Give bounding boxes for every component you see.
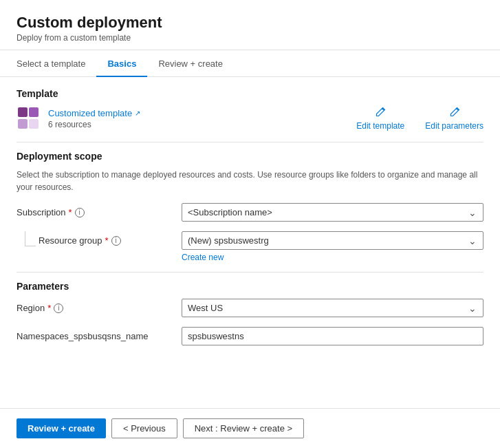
tab-basics[interactable]: Basics	[96, 50, 147, 77]
edit-parameters-icon	[448, 106, 461, 118]
region-required: *	[47, 303, 51, 313]
resource-group-control: (New) spsbuswestrg Create new	[182, 231, 483, 262]
deployment-scope-section: Deployment scope Select the subscription…	[17, 151, 483, 262]
icon-sq3	[18, 119, 28, 129]
subscription-label: Subscription * i	[17, 203, 182, 217]
resource-group-label-text: Resource group	[39, 235, 102, 246]
region-info-icon[interactable]: i	[54, 303, 63, 313]
template-icon	[17, 106, 41, 131]
parameters-section: Parameters Region * i West US	[17, 281, 483, 345]
tab-select-template[interactable]: Select a template	[17, 50, 96, 77]
template-text: Customized template ↗ 6 resources	[48, 108, 140, 129]
main-content: Template Customized template ↗ 6 resourc…	[0, 77, 500, 408]
icon-sq1	[18, 107, 28, 117]
edit-template-label: Edit template	[356, 121, 404, 131]
subscription-info-icon[interactable]: i	[75, 208, 85, 217]
namespace-control	[182, 327, 483, 345]
resource-group-select-wrapper: (New) spsbuswestrg	[182, 231, 483, 250]
subscription-control: <Subscription name>	[182, 203, 483, 222]
namespace-input[interactable]	[182, 327, 483, 345]
subscription-select-wrapper: <Subscription name>	[182, 203, 483, 222]
page-header: Custom deployment Deploy from a custom t…	[0, 0, 500, 50]
region-control: West US	[182, 299, 483, 317]
namespace-label-text: Namespaces_spsbusqsns_name	[17, 331, 149, 341]
resource-group-indent: Resource group * i	[17, 231, 182, 246]
indent-line	[25, 231, 36, 246]
template-actions: Edit template Edit parameters	[356, 106, 483, 131]
page-subtitle: Deploy from a custom template	[17, 33, 483, 43]
namespace-label: Namespaces_spsbusqsns_name	[17, 327, 182, 341]
icon-sq4	[29, 119, 39, 129]
subscription-select[interactable]: <Subscription name>	[182, 203, 483, 222]
resource-group-required: *	[105, 235, 109, 246]
resource-group-row: Resource group * i (New) spsbuswestrg Cr…	[17, 231, 483, 262]
region-label-text: Region	[17, 303, 45, 313]
subscription-required: *	[69, 207, 72, 217]
edit-template-icon	[374, 106, 387, 118]
resource-group-label: Resource group * i	[39, 231, 121, 246]
region-select-wrapper: West US	[182, 299, 483, 317]
page-container: Custom deployment Deploy from a custom t…	[0, 0, 500, 448]
create-new-link[interactable]: Create new	[182, 253, 483, 262]
template-info: Customized template ↗ 6 resources	[17, 106, 140, 131]
edit-parameters-label: Edit parameters	[425, 121, 483, 131]
next-button[interactable]: Next : Review + create >	[183, 418, 304, 438]
parameters-heading: Parameters	[17, 281, 483, 292]
page-title: Custom deployment	[17, 14, 483, 32]
tabs-bar: Select a template Basics Review + create	[0, 50, 500, 77]
region-row: Region * i West US	[17, 299, 483, 317]
icon-sq2	[29, 107, 39, 117]
edit-template-button[interactable]: Edit template	[356, 106, 404, 131]
footer: Review + create < Previous Next : Review…	[0, 408, 500, 448]
template-resources-count: 6 resources	[48, 120, 140, 129]
deployment-scope-heading: Deployment scope	[17, 151, 483, 162]
resource-group-info-icon[interactable]: i	[111, 236, 121, 246]
scope-description: Select the subscription to manage deploy…	[17, 169, 483, 193]
divider-2	[17, 272, 483, 273]
subscription-row: Subscription * i <Subscription name>	[17, 203, 483, 222]
template-section-heading: Template	[17, 88, 483, 99]
template-link[interactable]: Customized template ↗	[48, 108, 140, 118]
template-link-text: Customized template	[48, 108, 132, 118]
resource-group-select[interactable]: (New) spsbuswestrg	[182, 231, 483, 250]
previous-button[interactable]: < Previous	[111, 418, 177, 438]
template-row: Customized template ↗ 6 resources Edit t…	[17, 106, 483, 131]
region-select[interactable]: West US	[182, 299, 483, 317]
divider-1	[17, 142, 483, 142]
subscription-label-text: Subscription	[17, 207, 66, 217]
region-label: Region * i	[17, 299, 182, 313]
namespace-row: Namespaces_spsbusqsns_name	[17, 327, 483, 345]
review-create-button[interactable]: Review + create	[17, 418, 106, 438]
edit-parameters-button[interactable]: Edit parameters	[425, 106, 483, 131]
tab-review-create[interactable]: Review + create	[147, 50, 234, 77]
external-link-icon: ↗	[135, 109, 140, 117]
